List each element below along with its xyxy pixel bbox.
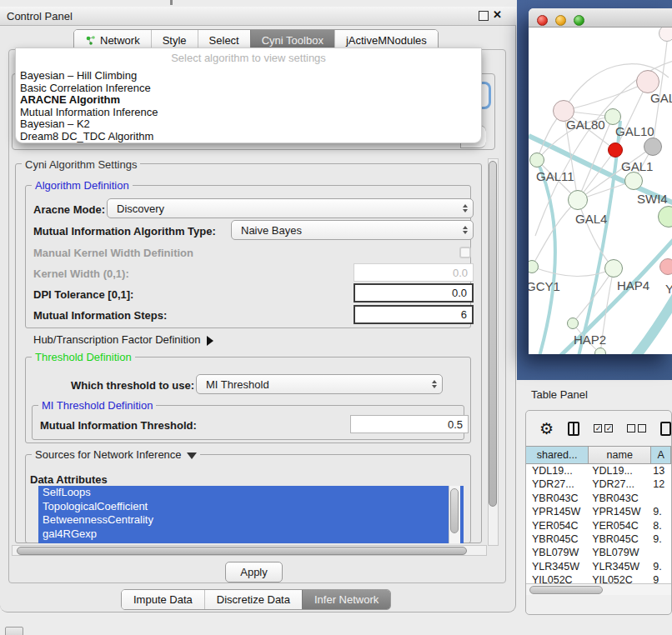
network-node[interactable] xyxy=(594,348,606,354)
table-cell[interactable] xyxy=(651,492,671,505)
column-header-name[interactable]: name xyxy=(589,446,651,464)
table-cell[interactable]: YBR043C xyxy=(589,492,651,505)
table-cell[interactable]: YBL079W xyxy=(526,546,589,559)
table-cell[interactable]: 8. xyxy=(651,519,671,532)
network-node[interactable] xyxy=(608,142,623,158)
network-node-gal10[interactable] xyxy=(604,108,621,125)
attribute-item[interactable]: SelfLoops xyxy=(38,486,464,500)
aracne-mode-combo[interactable]: Discovery xyxy=(107,198,474,218)
table-horizontal-scrollbar-thumb[interactable] xyxy=(529,586,603,594)
split-columns-icon[interactable] xyxy=(568,422,579,436)
table-row[interactable]: YBR045CYBR045C9. xyxy=(526,532,671,546)
settings-vertical-scrollbar-thumb[interactable] xyxy=(489,161,497,507)
network-node-gal1[interactable] xyxy=(624,172,643,190)
table-cell[interactable]: YBR045C xyxy=(526,532,589,546)
table-row[interactable]: YER054CYER054C8. xyxy=(526,519,671,532)
table-cell[interactable]: 9. xyxy=(651,505,671,518)
table-cell[interactable]: YBL079W xyxy=(589,546,651,559)
minimize-traffic-light-icon[interactable] xyxy=(555,15,566,26)
table-cell[interactable]: 9. xyxy=(651,532,671,546)
table-row[interactable]: YDL19...YDL19...13 xyxy=(526,464,671,478)
control-panel-titlebar[interactable] xyxy=(0,7,516,26)
mi-threshold-field[interactable]: 0.5 xyxy=(350,415,469,433)
table-row[interactable]: YDR27...YDR27...12 xyxy=(526,478,671,491)
table-cell[interactable] xyxy=(651,546,671,559)
network-node-y[interactable] xyxy=(659,258,672,275)
network-window[interactable]: GALGAL80GAL10GAL1GAL11SWI4GAL4GCY1HAP4YH… xyxy=(529,8,672,354)
network-node-gal11[interactable] xyxy=(529,152,544,168)
tab-impute-data[interactable]: Impute Data xyxy=(122,590,204,609)
close-traffic-light-icon[interactable] xyxy=(537,15,548,26)
table-header: shared...nameA xyxy=(526,446,671,464)
tab-infer-network[interactable]: Infer Network xyxy=(302,590,390,609)
network-node-hap2[interactable] xyxy=(567,318,579,329)
gear-icon[interactable]: ⚙ xyxy=(539,421,554,437)
table-cell[interactable]: YER054C xyxy=(526,519,589,532)
table-cell[interactable]: YDL19... xyxy=(589,464,651,478)
table-cell[interactable]: YDR27... xyxy=(526,478,589,491)
close-icon[interactable]: ✕ xyxy=(493,8,502,21)
table-cell[interactable]: YLR345W xyxy=(526,560,589,573)
kernel-width-field[interactable]: 0.0 xyxy=(354,263,474,282)
network-node[interactable] xyxy=(644,138,662,156)
document-icon[interactable] xyxy=(660,422,671,436)
algorithm-option[interactable]: Basic Correlation Inference xyxy=(20,82,477,95)
table-cell[interactable]: YDR27... xyxy=(589,478,651,491)
network-node-hap4[interactable] xyxy=(604,259,623,278)
dpi-tolerance-field[interactable]: 0.0 xyxy=(354,283,474,302)
algorithm-option[interactable]: Mutual Information Inference xyxy=(20,107,477,119)
network-edge xyxy=(532,267,614,277)
table-row[interactable]: YIL052CYIL052C9 xyxy=(526,573,671,583)
apply-button[interactable]: Apply xyxy=(225,562,283,582)
table-row[interactable]: YLR345WYLR345W9. xyxy=(526,560,671,573)
table-row[interactable]: YPR145WYPR145W9. xyxy=(526,505,671,518)
table-cell[interactable]: YPR145W xyxy=(526,505,589,518)
attributes-list-scrollbar-thumb[interactable] xyxy=(450,488,459,533)
hub-definition-toggle[interactable]: Hub/Transcription Factor Definition xyxy=(33,333,213,346)
network-window-titlebar[interactable] xyxy=(529,8,672,28)
algorithm-option[interactable]: Bayesian – K2 xyxy=(20,118,477,131)
sources-toggle[interactable]: Sources for Network Inference xyxy=(32,448,200,461)
network-node[interactable] xyxy=(659,28,672,42)
mi-steps-field[interactable]: 6 xyxy=(354,305,474,324)
table-cell[interactable]: YBR045C xyxy=(589,532,651,546)
float-window-icon[interactable] xyxy=(479,11,489,21)
table-cell[interactable]: YIL052C xyxy=(589,573,651,583)
network-node-gal[interactable] xyxy=(636,70,659,93)
node-label: GAL xyxy=(650,91,672,105)
table-cell[interactable]: YBR043C xyxy=(526,492,589,505)
manual-kernel-width-checkbox[interactable] xyxy=(459,247,471,258)
data-attributes-list[interactable]: SelfLoopsTopologicalCoefficientBetweenne… xyxy=(38,486,464,543)
table-cell[interactable]: YLR345W xyxy=(589,560,651,573)
table-cell[interactable]: YIL052C xyxy=(526,573,589,583)
column-header-A[interactable]: A xyxy=(651,446,671,464)
column-header-shared...[interactable]: shared... xyxy=(526,446,589,464)
network-canvas[interactable]: GALGAL80GAL10GAL1GAL11SWI4GAL4GCY1HAP4YH… xyxy=(529,28,672,354)
mi-algorithm-type-combo[interactable]: Naive Bayes xyxy=(231,220,474,240)
table-cell[interactable]: 13 xyxy=(651,464,671,478)
attribute-item[interactable]: gal4RGexp xyxy=(38,528,464,542)
table-cell[interactable]: 12 xyxy=(651,478,671,491)
minimized-panel-icon[interactable] xyxy=(5,627,23,635)
table-horizontal-scrollbar[interactable] xyxy=(526,583,671,595)
table-cell[interactable]: YDL19... xyxy=(526,464,589,478)
settings-horizontal-scrollbar-thumb[interactable] xyxy=(17,547,467,555)
kernel-width-label: Kernel Width (0,1): xyxy=(33,268,129,280)
table-row[interactable]: YBR043CYBR043C xyxy=(526,492,671,505)
table-cell[interactable]: 9. xyxy=(651,560,671,573)
attribute-item[interactable]: BetweennessCentrality xyxy=(38,513,464,528)
algorithm-option[interactable]: Dream8 DC_TDC Algorithm xyxy=(20,131,477,143)
unchecked-pair-icon[interactable] xyxy=(627,424,646,432)
table-cell[interactable]: YER054C xyxy=(589,519,651,532)
zoom-traffic-light-icon[interactable] xyxy=(574,15,584,26)
checked-pair-icon[interactable]: ✓✓ xyxy=(594,424,613,432)
tab-discretize-data[interactable]: Discretize Data xyxy=(204,590,302,609)
table-cell[interactable]: 9 xyxy=(651,573,671,583)
which-threshold-combo[interactable]: MI Threshold xyxy=(196,374,443,394)
algorithm-option[interactable]: Bayesian – Hill Climbing xyxy=(20,70,477,82)
table-row[interactable]: YBL079WYBL079W xyxy=(526,546,671,559)
algorithm-option[interactable]: ARACNE Algorithm xyxy=(20,94,477,107)
table-cell[interactable]: YPR145W xyxy=(589,505,651,518)
network-node-gal4[interactable] xyxy=(568,190,588,210)
attribute-item[interactable]: TopologicalCoefficient xyxy=(38,500,464,514)
